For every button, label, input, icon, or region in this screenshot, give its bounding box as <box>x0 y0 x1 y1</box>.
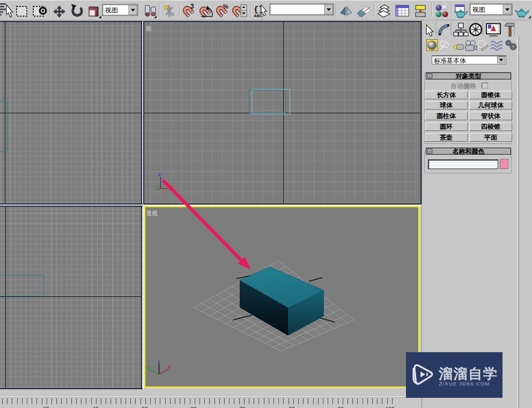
svg-text:视图: 视图 <box>472 6 485 13</box>
svg-text:视图: 视图 <box>105 6 118 14</box>
svg-text:ABC: ABC <box>254 13 263 18</box>
svg-text:%: % <box>223 3 228 10</box>
svg-text:溜溜自学: 溜溜自学 <box>438 366 498 382</box>
svg-text:3: 3 <box>190 3 194 10</box>
svg-text:ZIXUE.3D66.COM: ZIXUE.3D66.COM <box>439 381 490 387</box>
